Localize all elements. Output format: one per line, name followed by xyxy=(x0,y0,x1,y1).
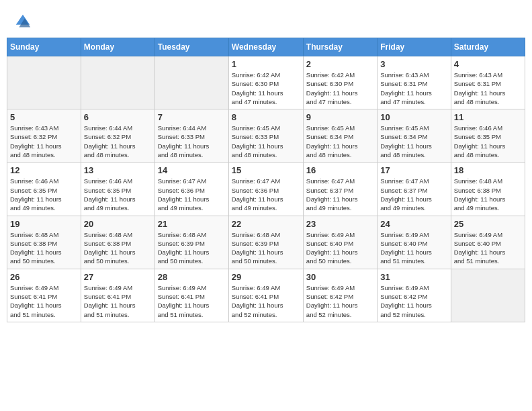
calendar-cell xyxy=(7,56,81,109)
day-number: 29 xyxy=(232,272,300,282)
day-number: 18 xyxy=(454,165,522,175)
logo xyxy=(13,12,35,31)
day-number: 8 xyxy=(232,112,300,122)
day-number: 9 xyxy=(306,112,374,122)
calendar-week-0: 1Sunrise: 6:42 AM Sunset: 6:30 PM Daylig… xyxy=(7,56,525,109)
day-info: Sunrise: 6:45 AM Sunset: 6:33 PM Dayligh… xyxy=(232,124,300,159)
day-info: Sunrise: 6:47 AM Sunset: 6:37 PM Dayligh… xyxy=(306,177,374,212)
page-header xyxy=(7,7,525,34)
day-number: 7 xyxy=(158,112,226,122)
day-info: Sunrise: 6:46 AM Sunset: 6:35 PM Dayligh… xyxy=(10,177,78,212)
calendar-cell: 6Sunrise: 6:44 AM Sunset: 6:32 PM Daylig… xyxy=(81,109,154,163)
day-info: Sunrise: 6:49 AM Sunset: 6:41 PM Dayligh… xyxy=(232,283,300,319)
day-number: 14 xyxy=(158,165,226,175)
day-number: 28 xyxy=(158,272,226,282)
calendar-cell: 7Sunrise: 6:44 AM Sunset: 6:33 PM Daylig… xyxy=(154,109,228,163)
calendar-week-1: 5Sunrise: 6:43 AM Sunset: 6:32 PM Daylig… xyxy=(7,109,525,163)
day-info: Sunrise: 6:48 AM Sunset: 6:39 PM Dayligh… xyxy=(158,230,226,266)
calendar-cell xyxy=(154,56,228,109)
day-number: 6 xyxy=(84,112,152,122)
day-info: Sunrise: 6:43 AM Sunset: 6:31 PM Dayligh… xyxy=(454,71,522,106)
day-number: 31 xyxy=(380,272,447,282)
day-info: Sunrise: 6:47 AM Sunset: 6:36 PM Dayligh… xyxy=(158,177,226,212)
calendar-cell: 31Sunrise: 6:49 AM Sunset: 6:42 PM Dayli… xyxy=(378,269,451,322)
calendar-week-2: 12Sunrise: 6:46 AM Sunset: 6:35 PM Dayli… xyxy=(7,163,525,216)
calendar-cell: 18Sunrise: 6:48 AM Sunset: 6:38 PM Dayli… xyxy=(451,163,525,216)
day-info: Sunrise: 6:44 AM Sunset: 6:32 PM Dayligh… xyxy=(84,124,152,159)
day-info: Sunrise: 6:49 AM Sunset: 6:41 PM Dayligh… xyxy=(158,283,226,319)
calendar-header-monday: Monday xyxy=(81,38,154,56)
calendar-cell: 17Sunrise: 6:47 AM Sunset: 6:37 PM Dayli… xyxy=(378,163,451,216)
calendar-cell: 25Sunrise: 6:49 AM Sunset: 6:40 PM Dayli… xyxy=(451,216,525,269)
day-number: 23 xyxy=(306,219,374,229)
calendar-cell: 27Sunrise: 6:49 AM Sunset: 6:41 PM Dayli… xyxy=(81,269,154,322)
day-number: 25 xyxy=(454,219,522,229)
day-info: Sunrise: 6:47 AM Sunset: 6:36 PM Dayligh… xyxy=(232,177,300,212)
day-info: Sunrise: 6:43 AM Sunset: 6:32 PM Dayligh… xyxy=(10,124,78,159)
day-number: 30 xyxy=(306,272,374,282)
day-info: Sunrise: 6:48 AM Sunset: 6:38 PM Dayligh… xyxy=(84,230,152,266)
day-info: Sunrise: 6:46 AM Sunset: 6:35 PM Dayligh… xyxy=(454,124,522,159)
day-info: Sunrise: 6:44 AM Sunset: 6:33 PM Dayligh… xyxy=(158,124,226,159)
day-number: 16 xyxy=(306,165,374,175)
calendar-cell: 4Sunrise: 6:43 AM Sunset: 6:31 PM Daylig… xyxy=(451,56,525,109)
calendar-cell xyxy=(451,269,525,322)
calendar-cell: 26Sunrise: 6:49 AM Sunset: 6:41 PM Dayli… xyxy=(7,269,81,322)
day-number: 26 xyxy=(10,272,78,282)
day-number: 2 xyxy=(306,59,374,69)
calendar-cell: 5Sunrise: 6:43 AM Sunset: 6:32 PM Daylig… xyxy=(7,109,81,163)
day-number: 11 xyxy=(454,112,522,122)
day-info: Sunrise: 6:49 AM Sunset: 6:42 PM Dayligh… xyxy=(380,283,447,319)
calendar-cell: 15Sunrise: 6:47 AM Sunset: 6:36 PM Dayli… xyxy=(228,163,303,216)
day-number: 20 xyxy=(84,219,152,229)
calendar-header-friday: Friday xyxy=(378,38,451,56)
calendar-cell xyxy=(81,56,154,109)
calendar-header-thursday: Thursday xyxy=(303,38,377,56)
calendar-week-4: 26Sunrise: 6:49 AM Sunset: 6:41 PM Dayli… xyxy=(7,269,525,322)
day-info: Sunrise: 6:49 AM Sunset: 6:40 PM Dayligh… xyxy=(306,230,374,266)
calendar-cell: 2Sunrise: 6:42 AM Sunset: 6:30 PM Daylig… xyxy=(303,56,377,109)
day-number: 27 xyxy=(84,272,152,282)
calendar-cell: 21Sunrise: 6:48 AM Sunset: 6:39 PM Dayli… xyxy=(154,216,228,269)
day-number: 10 xyxy=(380,112,447,122)
logo-icon xyxy=(13,12,32,31)
day-info: Sunrise: 6:46 AM Sunset: 6:35 PM Dayligh… xyxy=(84,177,152,212)
calendar-cell: 23Sunrise: 6:49 AM Sunset: 6:40 PM Dayli… xyxy=(303,216,377,269)
calendar-cell: 29Sunrise: 6:49 AM Sunset: 6:41 PM Dayli… xyxy=(228,269,303,322)
day-info: Sunrise: 6:48 AM Sunset: 6:39 PM Dayligh… xyxy=(232,230,300,266)
calendar-cell: 19Sunrise: 6:48 AM Sunset: 6:38 PM Dayli… xyxy=(7,216,81,269)
day-info: Sunrise: 6:47 AM Sunset: 6:37 PM Dayligh… xyxy=(380,177,447,212)
day-number: 19 xyxy=(10,219,78,229)
day-number: 12 xyxy=(10,165,78,175)
calendar-cell: 24Sunrise: 6:49 AM Sunset: 6:40 PM Dayli… xyxy=(378,216,451,269)
day-number: 5 xyxy=(10,112,78,122)
calendar-header-row: SundayMondayTuesdayWednesdayThursdayFrid… xyxy=(7,38,525,56)
calendar-cell: 3Sunrise: 6:43 AM Sunset: 6:31 PM Daylig… xyxy=(378,56,451,109)
day-info: Sunrise: 6:42 AM Sunset: 6:30 PM Dayligh… xyxy=(306,71,374,106)
calendar-header-sunday: Sunday xyxy=(7,38,81,56)
day-info: Sunrise: 6:49 AM Sunset: 6:42 PM Dayligh… xyxy=(306,283,374,319)
day-number: 24 xyxy=(380,219,447,229)
calendar-cell: 14Sunrise: 6:47 AM Sunset: 6:36 PM Dayli… xyxy=(154,163,228,216)
calendar-cell: 16Sunrise: 6:47 AM Sunset: 6:37 PM Dayli… xyxy=(303,163,377,216)
day-info: Sunrise: 6:48 AM Sunset: 6:38 PM Dayligh… xyxy=(454,177,522,212)
calendar-week-3: 19Sunrise: 6:48 AM Sunset: 6:38 PM Dayli… xyxy=(7,216,525,269)
calendar-header-tuesday: Tuesday xyxy=(154,38,228,56)
day-info: Sunrise: 6:45 AM Sunset: 6:34 PM Dayligh… xyxy=(306,124,374,159)
day-number: 21 xyxy=(158,219,226,229)
calendar-cell: 28Sunrise: 6:49 AM Sunset: 6:41 PM Dayli… xyxy=(154,269,228,322)
day-info: Sunrise: 6:48 AM Sunset: 6:38 PM Dayligh… xyxy=(10,230,78,266)
calendar-cell: 10Sunrise: 6:45 AM Sunset: 6:34 PM Dayli… xyxy=(378,109,451,163)
day-info: Sunrise: 6:42 AM Sunset: 6:30 PM Dayligh… xyxy=(232,71,300,106)
day-info: Sunrise: 6:49 AM Sunset: 6:41 PM Dayligh… xyxy=(84,283,152,319)
calendar-cell: 9Sunrise: 6:45 AM Sunset: 6:34 PM Daylig… xyxy=(303,109,377,163)
day-number: 3 xyxy=(380,59,447,69)
day-info: Sunrise: 6:43 AM Sunset: 6:31 PM Dayligh… xyxy=(380,71,447,106)
day-number: 22 xyxy=(232,219,300,229)
calendar-cell: 8Sunrise: 6:45 AM Sunset: 6:33 PM Daylig… xyxy=(228,109,303,163)
day-number: 13 xyxy=(84,165,152,175)
calendar-cell: 1Sunrise: 6:42 AM Sunset: 6:30 PM Daylig… xyxy=(228,56,303,109)
day-info: Sunrise: 6:45 AM Sunset: 6:34 PM Dayligh… xyxy=(380,124,447,159)
day-info: Sunrise: 6:49 AM Sunset: 6:40 PM Dayligh… xyxy=(454,230,522,266)
day-info: Sunrise: 6:49 AM Sunset: 6:40 PM Dayligh… xyxy=(380,230,447,266)
